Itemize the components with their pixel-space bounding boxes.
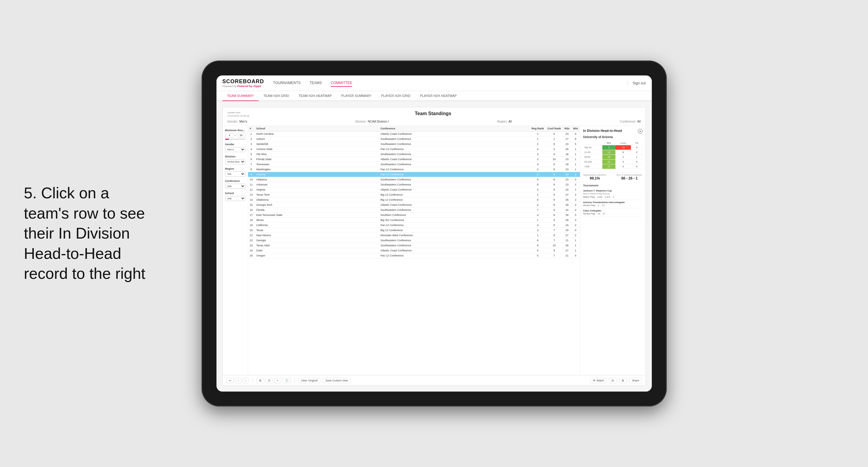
- cell-reg-rank: 6: [530, 182, 546, 187]
- cell-school: Florida: [255, 208, 379, 213]
- slider-track[interactable]: [225, 139, 245, 140]
- table-row[interactable]: 11 Arkansas Southeastern Conference 6 8 …: [248, 182, 580, 187]
- table-row[interactable]: 16 Florida Southeastern Conference 7 9 2…: [248, 208, 580, 213]
- cell-conference: Southeastern Conference: [379, 152, 530, 157]
- tab-team-h2h-grid[interactable]: TEAM H2H GRID: [258, 91, 294, 101]
- tournament-item: Arizona Thunderbirds Intercollegiate Str…: [583, 200, 643, 208]
- cell-conference: Atlantic Coast Conference: [379, 131, 530, 136]
- score: -17: [601, 204, 605, 207]
- h2h-loss-cell: 13: [615, 145, 631, 150]
- sign-out-button[interactable]: Sign out: [628, 81, 646, 85]
- bottom-toolbar: ↩ ‹ › ⊞ ⊡ + 🕐 View: Original: [223, 375, 646, 385]
- display-button[interactable]: ⊟: [609, 378, 617, 383]
- filter-region-select[interactable]: N/A: [225, 172, 245, 177]
- undo-button[interactable]: ↩: [226, 378, 234, 383]
- save-custom-button[interactable]: Save Custom View: [322, 378, 351, 383]
- table-row[interactable]: 20 Texas Big 12 Conference 3 7 20 0: [248, 228, 580, 233]
- cell-rank: 18: [248, 218, 255, 223]
- filter-conference: Conference (All): [225, 180, 245, 189]
- table-row[interactable]: 15 Georgia Tech Atlantic Coast Conferenc…: [248, 203, 580, 208]
- cell-rds: 20: [563, 228, 571, 233]
- view-original-button[interactable]: View: Original: [299, 378, 320, 383]
- cell-school: Vanderbilt: [255, 142, 379, 147]
- table-row[interactable]: 25 Oregon Pac-12 Conference 5 7 21 0: [248, 253, 580, 258]
- table-row[interactable]: 6 Florida State Atlantic Coast Conferenc…: [248, 157, 580, 162]
- cell-rank: 7: [248, 162, 255, 167]
- table-row[interactable]: 8 Washington Pac-12 Conference 2 8 23 1: [248, 167, 580, 172]
- cell-rank: 19: [248, 223, 255, 228]
- table-row[interactable]: 24 Duke Atlantic Coast Conference 5 9 27…: [248, 248, 580, 253]
- cell-conference: Atlantic Coast Conference: [379, 203, 530, 208]
- filter-min-rounds-max[interactable]: [237, 133, 246, 137]
- cell-reg-rank: 1: [530, 218, 546, 223]
- step-back-button[interactable]: ‹: [235, 378, 242, 383]
- tab-player-summary[interactable]: PLAYER SUMMARY: [336, 91, 376, 101]
- cell-conference: Pac-12 Conference: [379, 172, 530, 177]
- toolbar-tools: ⊞ ⊡ + 🕐: [256, 378, 291, 383]
- table-row[interactable]: 10 Alabama Southeastern Conference 5 8 2…: [248, 177, 580, 182]
- cell-rank: 20: [248, 228, 255, 233]
- watch-button[interactable]: 👁 Watch: [590, 378, 607, 383]
- step-forward-button[interactable]: ›: [243, 378, 249, 383]
- table-row[interactable]: 12 Virginia Atlantic Coast Conference 3 …: [248, 187, 580, 192]
- filter-conference-select[interactable]: (All): [225, 184, 245, 189]
- h2h-record-table: Win Loss Tie Top 10 3 13 0 11-25 11 8: [583, 141, 643, 169]
- table-row[interactable]: 19 California Pac-12 Conference 4 8 24 2: [248, 223, 580, 228]
- table-row[interactable]: 9 Arizona Pac-12 Conference 5 8 23 2: [248, 172, 580, 177]
- tool-1[interactable]: ⊞: [256, 378, 264, 383]
- h2h-col-win: Win: [602, 141, 615, 145]
- cell-win: 3: [571, 213, 580, 218]
- cell-conference: Mountain West Conference: [379, 233, 530, 238]
- filter-school-select[interactable]: (All): [225, 196, 245, 201]
- cell-rds: 21: [563, 253, 571, 258]
- table-row[interactable]: 18 Illinois Big Ten Conference 1 9 26 3: [248, 218, 580, 223]
- grid-button[interactable]: ⊞: [619, 378, 627, 383]
- cell-conf-rank: 8: [546, 187, 563, 192]
- table-row[interactable]: 1 North Carolina Atlantic Coast Conferen…: [248, 131, 580, 136]
- tool-2[interactable]: ⊡: [266, 378, 273, 383]
- table-row[interactable]: 3 Vanderbilt Southeastern Conference 2 8…: [248, 142, 580, 147]
- tab-player-h2h-heatmap[interactable]: PLAYER H2H HEATMAP: [415, 91, 461, 101]
- cell-school: Arkansas: [255, 182, 379, 187]
- cell-rds: 23: [563, 167, 571, 172]
- h2h-record-row: 11-25 11 8 0: [583, 150, 643, 155]
- tab-team-h2h-heatmap[interactable]: TEAM H2H HEATMAP: [294, 91, 336, 101]
- table-row[interactable]: 13 Texas Tech Big 12 Conference 1 9 27 2: [248, 192, 580, 197]
- filter-min-rounds-min[interactable]: [225, 133, 234, 137]
- h2h-range-label: 26-50: [583, 155, 602, 160]
- tab-player-h2h-grid[interactable]: PLAYER H2H GRID: [376, 91, 415, 101]
- tournament-name: Cabo Collegiate: [583, 209, 643, 212]
- cell-conf-rank: 9: [546, 131, 563, 136]
- tool-3[interactable]: +: [274, 378, 281, 383]
- cell-win: 2: [571, 172, 580, 177]
- cell-conference: Pac-12 Conference: [379, 167, 530, 172]
- table-row[interactable]: 4 Arizona State Pac-12 Conference 4 3 26…: [248, 147, 580, 152]
- table-row[interactable]: 21 New Mexico Mountain West Conference 1…: [248, 233, 580, 238]
- cell-reg-rank: 9: [530, 243, 546, 248]
- slider-fill: [225, 139, 229, 140]
- cell-rds: 24: [563, 187, 571, 192]
- table-row[interactable]: 23 Texas A&M Southeastern Conference 9 1…: [248, 243, 580, 248]
- h2h-close-button[interactable]: ✕: [638, 129, 643, 134]
- table-row[interactable]: 7 Tennessee Southeastern Conference 4 6 …: [248, 162, 580, 167]
- cell-conference: Southeastern Conference: [379, 243, 530, 248]
- tab-team-summary[interactable]: TEAM SUMMARY: [222, 91, 259, 101]
- filter-division-select[interactable]: NCAA Division I: [225, 159, 245, 164]
- nav-committee[interactable]: COMMITTEE: [331, 80, 352, 87]
- event-type: Match Play: [583, 196, 595, 198]
- table-row[interactable]: 5 Ole Miss Southeastern Conference 3 6 1…: [248, 152, 580, 157]
- tool-clock[interactable]: 🕐: [282, 378, 291, 383]
- share-button[interactable]: Share: [629, 378, 642, 383]
- col-win: Win: [571, 126, 580, 131]
- cell-conf-rank: 1: [546, 136, 563, 142]
- nav-teams[interactable]: TEAMS: [310, 80, 322, 87]
- table-row[interactable]: 14 Oklahoma Big 12 Conference 6 8 26 2: [248, 197, 580, 203]
- table-row[interactable]: 2 Auburn Southeastern Conference 1 1 27 …: [248, 136, 580, 142]
- nav-tournaments[interactable]: TOURNAMENTS: [273, 80, 301, 87]
- cell-reg-rank: 1: [530, 131, 546, 136]
- cell-win: 5: [571, 142, 580, 147]
- cell-rank: 12: [248, 187, 255, 192]
- filter-gender-select[interactable]: Men's: [225, 147, 245, 152]
- table-row[interactable]: 17 East Tennessee State Southern Confere…: [248, 213, 580, 218]
- table-row[interactable]: 22 Georgia Southeastern Conference 8 7 2…: [248, 238, 580, 243]
